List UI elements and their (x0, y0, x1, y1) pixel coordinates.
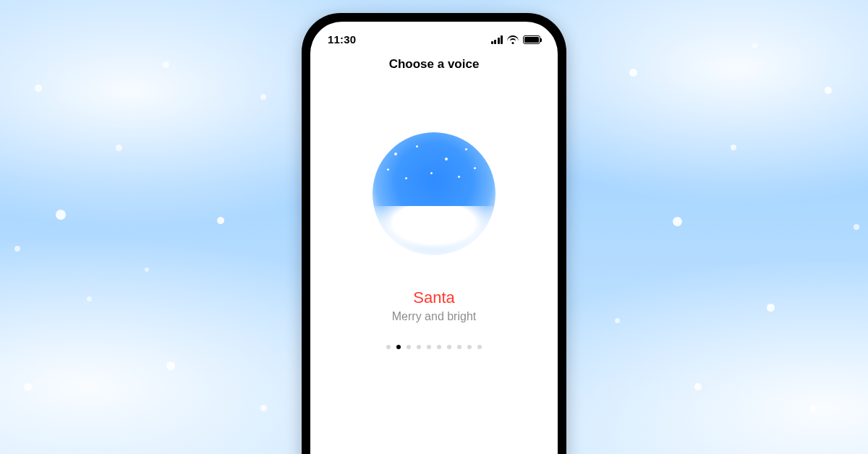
page-dot[interactable] (396, 345, 401, 349)
page-dot[interactable] (417, 345, 421, 349)
cellular-signal-icon (491, 35, 503, 44)
phone-screen: 11:30 Choose a voice Santa (310, 22, 558, 454)
status-bar: 11:30 (310, 22, 558, 50)
page-dot[interactable] (467, 345, 472, 349)
page-dot[interactable] (407, 345, 411, 349)
voice-name: Santa (413, 288, 455, 307)
voice-subtitle: Merry and bright (392, 310, 477, 323)
page-title: Choose a voice (389, 57, 480, 72)
pagination-dots[interactable] (386, 345, 482, 349)
page-dot[interactable] (477, 345, 482, 349)
status-time: 11:30 (328, 33, 356, 46)
page-dot[interactable] (386, 345, 391, 349)
snow-backdrop: 11:30 Choose a voice Santa (0, 0, 868, 454)
status-indicators (491, 35, 541, 44)
page-dot[interactable] (457, 345, 461, 349)
wifi-icon (507, 35, 519, 44)
page-dot[interactable] (427, 345, 431, 349)
page-dot[interactable] (447, 345, 451, 349)
page-dot[interactable] (437, 345, 441, 349)
phone-frame: 11:30 Choose a voice Santa (302, 13, 566, 454)
battery-icon (523, 35, 540, 44)
voice-avatar[interactable] (373, 132, 495, 255)
